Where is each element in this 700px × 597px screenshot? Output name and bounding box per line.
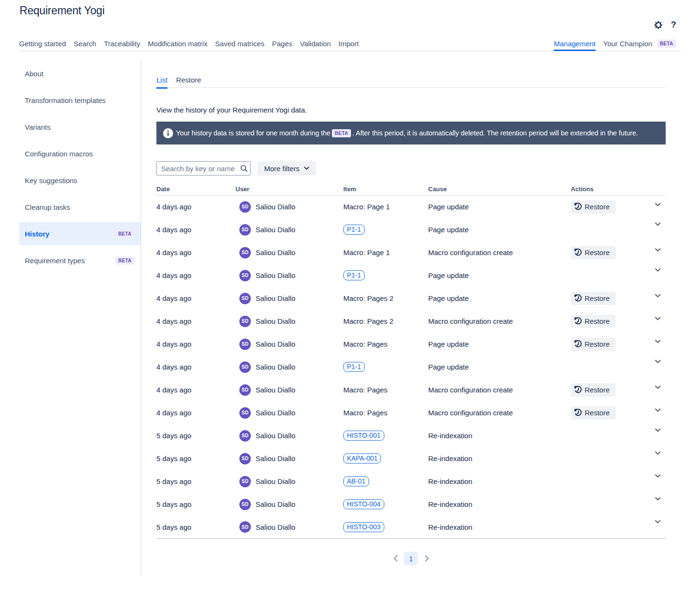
- nav-item[interactable]: Traceability: [104, 38, 140, 51]
- row-expand-cell: [624, 447, 666, 470]
- chevron-down-icon[interactable]: [654, 267, 661, 274]
- row-user-cell: SD Saliou Diallo: [236, 264, 343, 287]
- user-name: Saliou Diallo: [256, 523, 295, 531]
- chevron-down-icon[interactable]: [654, 293, 661, 299]
- restore-button[interactable]: Restore: [571, 383, 616, 397]
- nav-item[interactable]: Getting started: [19, 38, 66, 51]
- row-expand-cell: [624, 218, 666, 241]
- row-date: 4 days ago: [156, 333, 236, 356]
- tab-list[interactable]: List: [156, 76, 167, 87]
- restore-button[interactable]: Restore: [571, 406, 616, 420]
- nav-item[interactable]: Modification matrix: [148, 38, 207, 51]
- chevron-down-icon[interactable]: [654, 450, 661, 457]
- requirement-key-lozenge[interactable]: P1-1: [343, 225, 365, 235]
- chevron-left-icon: [393, 555, 398, 562]
- row-actions-cell: [571, 447, 624, 470]
- settings-button[interactable]: [654, 21, 663, 30]
- nav-item[interactable]: Search: [73, 38, 96, 51]
- sidebar-item[interactable]: History BETA: [19, 222, 141, 245]
- tab-restore[interactable]: Restore: [176, 76, 201, 87]
- row-expand-cell: [624, 401, 666, 424]
- main-inner: List Restore View the history of your Re…: [156, 76, 666, 565]
- table-row: 4 days ago SD Saliou Diallo Macro: Pages: [156, 333, 666, 356]
- row-cause: Re-indexation: [428, 493, 571, 516]
- sidebar-item[interactable]: Variants: [19, 115, 141, 138]
- chevron-down-icon[interactable]: [654, 427, 661, 434]
- chevron-down-icon[interactable]: [654, 316, 661, 322]
- row-actions-cell: [571, 424, 624, 447]
- row-cause: Re-indexation: [428, 516, 571, 539]
- user: SD Saliou Diallo: [236, 224, 343, 236]
- requirement-key-lozenge[interactable]: AB-01: [343, 476, 369, 486]
- chevron-down-icon[interactable]: [654, 221, 661, 228]
- item-text: Macro: Pages 2: [343, 317, 393, 325]
- requirement-key-lozenge[interactable]: KAPA-001: [343, 453, 381, 463]
- nav-item[interactable]: Saved matrices: [215, 38, 264, 51]
- sidebar-item-label: Transformation templates: [25, 96, 106, 104]
- user: SD Saliou Diallo: [236, 384, 343, 396]
- row-user-cell: SD Saliou Diallo: [236, 218, 343, 241]
- row-actions-cell: Restore: [571, 241, 624, 264]
- restore-history-icon: [574, 386, 582, 394]
- requirement-key-lozenge[interactable]: HISTO-004: [343, 499, 384, 509]
- sidebar-item[interactable]: Configuration macros: [19, 142, 141, 165]
- requirement-key-lozenge[interactable]: P1-1: [343, 270, 365, 280]
- restore-button[interactable]: Restore: [571, 292, 616, 305]
- nav-item[interactable]: Pages: [272, 38, 292, 51]
- chevron-down-icon[interactable]: [654, 247, 661, 254]
- restore-button[interactable]: Restore: [571, 315, 616, 328]
- row-date: 5 days ago: [156, 470, 236, 493]
- restore-label: Restore: [585, 317, 610, 325]
- row-item-cell: P1-1: [343, 218, 428, 241]
- row-user-cell: SD Saliou Diallo: [236, 470, 343, 493]
- chevron-down-icon[interactable]: [654, 201, 661, 208]
- chevron-down-icon[interactable]: [654, 359, 661, 365]
- user-name: Saliou Diallo: [256, 386, 295, 394]
- user: SD Saliou Diallo: [236, 361, 343, 373]
- nav-item-management[interactable]: Management: [554, 38, 596, 51]
- row-item-cell: KAPA-001: [343, 447, 428, 470]
- next-page-button[interactable]: [423, 552, 431, 565]
- avatar: SD: [239, 361, 251, 373]
- page-number-1[interactable]: 1: [404, 552, 418, 565]
- avatar: SD: [239, 499, 251, 510]
- search-input[interactable]: [156, 161, 251, 175]
- item-text: Macro: Page 1: [343, 203, 390, 211]
- chevron-down-icon[interactable]: [654, 496, 661, 503]
- sidebar-item[interactable]: Requirement types BETA: [19, 249, 141, 272]
- sidebar-item[interactable]: About: [19, 62, 141, 85]
- row-expand-cell: [624, 356, 666, 379]
- restore-label: Restore: [585, 340, 610, 348]
- restore-history-icon: [574, 317, 582, 325]
- sidebar-item[interactable]: Key suggestions: [19, 169, 141, 192]
- requirement-key-lozenge[interactable]: HISTO-001: [343, 431, 384, 441]
- chevron-down-icon[interactable]: [654, 384, 661, 391]
- chevron-down-icon[interactable]: [654, 339, 661, 345]
- row-actions-cell: Restore: [571, 287, 624, 310]
- restore-history-icon: [574, 203, 582, 211]
- sidebar-item[interactable]: Transformation templates: [19, 89, 141, 112]
- previous-page-button[interactable]: [391, 552, 399, 565]
- restore-button[interactable]: Restore: [571, 200, 616, 214]
- help-button[interactable]: ?: [671, 21, 676, 29]
- restore-button[interactable]: Restore: [571, 338, 616, 351]
- row-actions-cell: [571, 218, 624, 241]
- chevron-down-icon[interactable]: [654, 407, 661, 414]
- row-item-cell: Macro: Pages: [343, 379, 428, 401]
- table-header: Date User Item Cause Actions: [156, 185, 666, 196]
- chevron-down-icon[interactable]: [654, 473, 661, 480]
- row-user-cell: SD Saliou Diallo: [236, 516, 343, 539]
- user-name: Saliou Diallo: [256, 477, 295, 485]
- more-filters-button[interactable]: More filters: [257, 161, 316, 175]
- restore-button[interactable]: Restore: [571, 246, 616, 259]
- main-nav: Getting started Search Traceability Modi…: [19, 38, 681, 51]
- nav-item[interactable]: Import: [339, 38, 359, 51]
- nav-item-your-champion[interactable]: Your Champion BETA: [603, 38, 676, 51]
- sidebar-item[interactable]: Cleanup tasks: [19, 196, 141, 218]
- sidebar-item-label: Variants: [25, 123, 51, 131]
- item-text: Macro: Page 1: [343, 248, 390, 257]
- nav-item[interactable]: Validation: [300, 38, 331, 51]
- requirement-key-lozenge[interactable]: P1-1: [343, 362, 365, 372]
- chevron-down-icon[interactable]: [654, 519, 661, 525]
- requirement-key-lozenge[interactable]: HISTO-003: [343, 522, 384, 532]
